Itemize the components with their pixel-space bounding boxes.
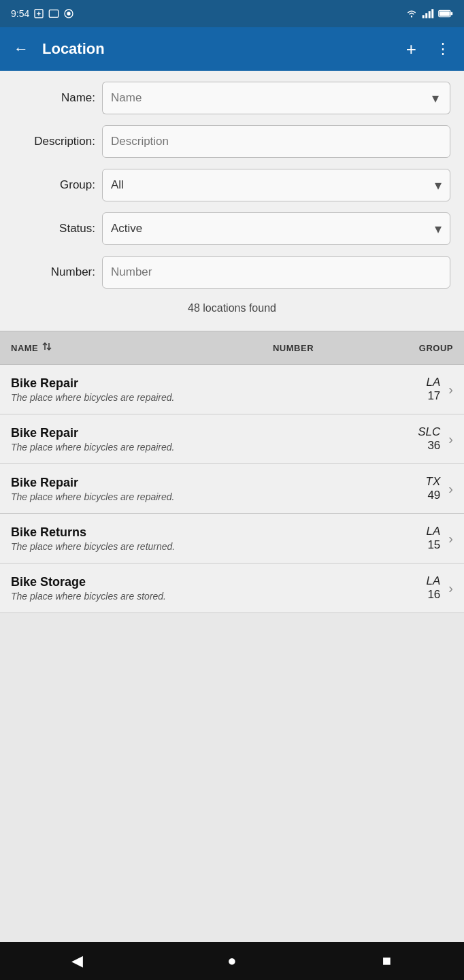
svg-rect-5 xyxy=(422,15,425,18)
svg-point-4 xyxy=(411,16,412,17)
group-dropdown[interactable]: All ▾ xyxy=(102,169,450,201)
list-item-chevron-icon: › xyxy=(448,431,453,447)
item-number: 36 xyxy=(427,439,440,453)
name-col-label: NAME xyxy=(11,343,38,353)
status-chevron-icon: ▾ xyxy=(435,220,442,237)
item-name: Bike Repair xyxy=(11,376,427,391)
item-group: LA xyxy=(427,574,441,588)
number-input[interactable] xyxy=(102,256,450,289)
list-item-chevron-icon: › xyxy=(448,481,453,497)
list-item-right: LA 15 xyxy=(427,525,441,552)
item-group: TX xyxy=(426,475,441,489)
item-number: 49 xyxy=(427,489,440,502)
item-description: The place where bicycles are stored. xyxy=(11,591,427,602)
more-options-button[interactable]: ⋮ xyxy=(433,37,453,61)
list-item-right: TX 49 xyxy=(426,475,441,502)
back-nav-icon: ◀ xyxy=(71,952,83,970)
app-icon-2 xyxy=(48,8,59,19)
recent-nav-button[interactable]: ■ xyxy=(366,947,407,975)
item-description: The place where bicycles are repaired. xyxy=(11,491,426,502)
item-name: Bike Repair xyxy=(11,476,426,490)
item-description: The place where bicycles are repaired. xyxy=(11,442,418,453)
item-group: LA xyxy=(427,525,441,538)
signal-icon xyxy=(422,9,434,18)
add-button[interactable]: + xyxy=(403,36,419,63)
app-bar-actions: + ⋮ xyxy=(403,36,453,63)
name-column-header[interactable]: NAME xyxy=(11,340,188,355)
item-number: 17 xyxy=(427,389,440,403)
item-group: LA xyxy=(427,376,441,389)
status-bar-right xyxy=(405,9,453,18)
home-nav-icon: ● xyxy=(227,952,236,970)
list-item-content: Bike Repair The place where bicycles are… xyxy=(11,376,427,403)
wifi-icon xyxy=(405,9,418,18)
list-item[interactable]: Bike Returns The place where bicycles ar… xyxy=(0,514,464,564)
status-bar: 9:54 xyxy=(0,0,464,27)
list-item[interactable]: Bike Repair The place where bicycles are… xyxy=(0,464,464,514)
status-value: Active xyxy=(111,222,142,235)
number-col-label: NUMBER xyxy=(273,343,314,353)
group-col-label: GROUP xyxy=(419,343,453,353)
app-icon-3 xyxy=(63,8,74,19)
description-input[interactable] xyxy=(102,125,450,158)
list-item-chevron-icon: › xyxy=(448,531,453,546)
status-filter-row: Status: Active ▾ xyxy=(14,212,450,245)
group-column-header[interactable]: GROUP xyxy=(399,343,453,353)
list-item-content: Bike Repair The place where bicycles are… xyxy=(11,426,418,453)
sort-icon xyxy=(42,340,54,355)
svg-rect-11 xyxy=(440,11,450,16)
item-name: Bike Repair xyxy=(11,426,418,440)
name-input[interactable] xyxy=(102,82,420,114)
results-count: 48 locations found xyxy=(14,299,450,320)
svg-rect-7 xyxy=(429,11,431,18)
svg-rect-8 xyxy=(431,9,433,18)
number-filter-row: Number: xyxy=(14,256,450,289)
group-label: Group: xyxy=(14,178,102,192)
list-item-right: SLC 36 xyxy=(418,425,440,453)
name-filter-row: Name: ▾ xyxy=(14,82,450,114)
item-number: 15 xyxy=(427,538,440,552)
description-filter-row: Description: xyxy=(14,125,450,158)
list-item[interactable]: Bike Repair The place where bicycles are… xyxy=(0,365,464,414)
item-description: The place where bicycles are returned. xyxy=(11,541,427,552)
list-item-content: Bike Repair The place where bicycles are… xyxy=(11,476,426,502)
item-group: SLC xyxy=(418,425,440,439)
list-item[interactable]: Bike Storage The place where bicycles ar… xyxy=(0,564,464,613)
table-header: NAME NUMBER GROUP xyxy=(0,331,464,365)
app-bar: ← Location + ⋮ xyxy=(0,27,464,71)
item-name: Bike Storage xyxy=(11,575,427,589)
item-description: The place where bicycles are repaired. xyxy=(11,392,427,403)
list-item-right: LA 17 xyxy=(427,376,441,403)
battery-icon xyxy=(438,9,453,18)
list-item-chevron-icon: › xyxy=(448,382,453,397)
home-nav-button[interactable]: ● xyxy=(212,947,252,975)
svg-rect-10 xyxy=(450,12,452,16)
svg-point-3 xyxy=(67,12,71,15)
status-label: Status: xyxy=(14,222,102,235)
group-chevron-icon: ▾ xyxy=(435,177,442,193)
back-button[interactable]: ← xyxy=(11,37,31,61)
status-dropdown[interactable]: Active ▾ xyxy=(102,212,450,245)
name-input-wrapper: ▾ xyxy=(102,82,450,114)
number-column-header[interactable]: NUMBER xyxy=(188,343,399,353)
description-label: Description: xyxy=(14,135,102,148)
app-icon-1 xyxy=(33,8,44,19)
list-item-chevron-icon: › xyxy=(448,581,453,596)
back-nav-button[interactable]: ◀ xyxy=(57,947,98,975)
group-filter-row: Group: All ▾ xyxy=(14,169,450,201)
item-number: 16 xyxy=(427,588,440,602)
recent-nav-icon: ■ xyxy=(382,952,391,970)
location-list: Bike Repair The place where bicycles are… xyxy=(0,365,464,613)
list-item-right: LA 16 xyxy=(427,574,441,602)
filter-section: Name: ▾ Description: Group: All ▾ Status… xyxy=(0,71,464,331)
item-name: Bike Returns xyxy=(11,525,427,540)
chevron-down-icon: ▾ xyxy=(432,90,439,106)
name-dropdown-button[interactable]: ▾ xyxy=(420,82,450,114)
svg-rect-1 xyxy=(50,10,59,18)
list-item-content: Bike Storage The place where bicycles ar… xyxy=(11,575,427,602)
status-bar-left: 9:54 xyxy=(11,8,74,19)
time-display: 9:54 xyxy=(11,8,29,19)
list-item[interactable]: Bike Repair The place where bicycles are… xyxy=(0,414,464,464)
bottom-nav-bar: ◀ ● ■ xyxy=(0,942,464,980)
number-label: Number: xyxy=(14,265,102,279)
